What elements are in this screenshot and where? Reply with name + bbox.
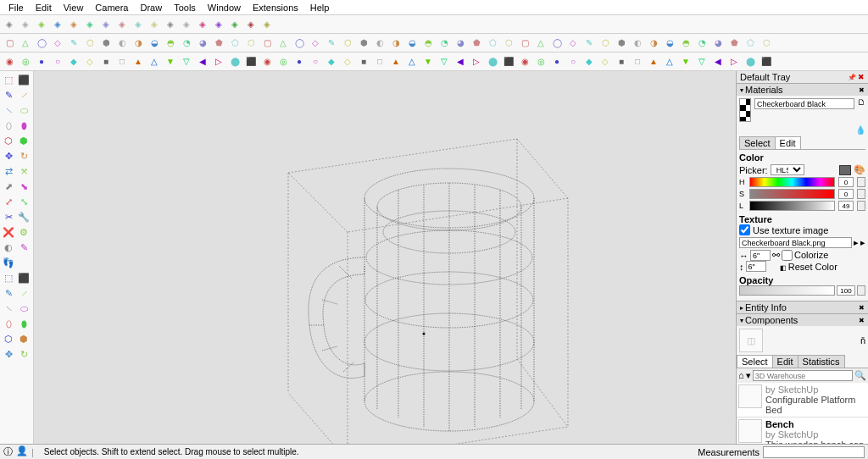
tb2-38[interactable]: ⬢ <box>614 36 629 51</box>
tb2-2[interactable]: ◯ <box>34 36 49 51</box>
reset-color-button[interactable]: ◧ Reset Color <box>780 262 837 272</box>
tab-select[interactable]: Select <box>739 136 776 149</box>
tb3-33[interactable]: ◎ <box>533 54 548 69</box>
tb3-1[interactable]: ◎ <box>18 54 33 69</box>
tb2-45[interactable]: ⬟ <box>726 36 742 51</box>
tb3-23[interactable]: □ <box>372 54 387 69</box>
tb3-39[interactable]: □ <box>630 54 645 69</box>
tb2-9[interactable]: ◒ <box>147 36 162 51</box>
tb3-11[interactable]: ▽ <box>179 54 194 69</box>
tb2-21[interactable]: ⬡ <box>340 36 355 51</box>
color-wheel-icon[interactable]: 🎨 <box>854 164 865 175</box>
tb3-9[interactable]: △ <box>147 54 162 69</box>
tb3-28[interactable]: ◀ <box>453 54 468 69</box>
lt-2[interactable]: ✎ <box>2 88 15 102</box>
tb2-22[interactable]: ⬢ <box>356 36 371 51</box>
tb1-4[interactable]: ◈ <box>66 17 81 32</box>
link-icon[interactable]: ⚯ <box>772 250 780 261</box>
tb3-29[interactable]: ▷ <box>469 54 484 69</box>
texture-width[interactable] <box>750 250 771 261</box>
comp-tab-statistics[interactable]: Statistics <box>798 355 845 368</box>
tb3-45[interactable]: ▷ <box>726 54 742 69</box>
tb2-24[interactable]: ◑ <box>388 36 403 51</box>
tb3-26[interactable]: ▼ <box>420 54 436 69</box>
tb1-14[interactable]: ◈ <box>227 17 242 32</box>
lt-21[interactable]: ⚙ <box>17 225 31 239</box>
tb3-2[interactable]: ● <box>34 54 49 69</box>
color-swatch[interactable] <box>839 165 851 175</box>
tb1-3[interactable]: ◈ <box>50 17 65 32</box>
entity-info-header[interactable]: ▸ Entity Info ✖ <box>737 301 868 313</box>
tb2-15[interactable]: ⬡ <box>243 36 259 51</box>
tb2-17[interactable]: △ <box>275 36 291 51</box>
tb2-37[interactable]: ⬡ <box>598 36 613 51</box>
lt-36[interactable]: ✥ <box>2 347 15 361</box>
tb1-8[interactable]: ◈ <box>131 17 146 32</box>
lt-9[interactable]: ⬢ <box>17 134 31 147</box>
tab-edit[interactable]: Edit <box>775 136 801 149</box>
close-tray-icon[interactable]: ✖ <box>858 73 865 81</box>
lt-12[interactable]: ⇄ <box>2 164 15 178</box>
tb2-47[interactable]: ⬡ <box>759 36 774 51</box>
tb3-14[interactable]: ⬤ <box>227 54 242 69</box>
lt-28[interactable]: ✎ <box>2 286 15 300</box>
search-3d-warehouse[interactable] <box>753 370 853 381</box>
tb2-33[interactable]: △ <box>533 36 548 51</box>
menu-extensions[interactable]: Extensions <box>248 1 303 14</box>
tb3-21[interactable]: ◇ <box>340 54 355 69</box>
tb2-8[interactable]: ◑ <box>131 36 146 51</box>
opacity-spinner[interactable] <box>857 285 865 296</box>
lt-16[interactable]: ⤢ <box>2 195 15 208</box>
tb3-31[interactable]: ⬛ <box>501 54 516 69</box>
lt-20[interactable]: ❌ <box>2 225 15 239</box>
l-slider[interactable] <box>749 201 835 211</box>
tb2-36[interactable]: ✎ <box>581 36 597 51</box>
opacity-value[interactable] <box>837 285 855 296</box>
tb3-35[interactable]: ○ <box>565 54 581 69</box>
comp-tab-edit[interactable]: Edit <box>772 355 798 368</box>
components-header[interactable]: ▾ Components ✖ <box>737 314 868 326</box>
tb2-39[interactable]: ◐ <box>630 36 645 51</box>
lt-35[interactable]: ⬢ <box>17 332 31 346</box>
use-texture-input[interactable] <box>739 224 750 235</box>
tb2-29[interactable]: ⬟ <box>469 36 484 51</box>
menu-file[interactable]: File <box>3 1 29 14</box>
tb2-31[interactable]: ⬡ <box>501 36 516 51</box>
panel-close-icon[interactable]: ✖ <box>859 86 865 94</box>
tb3-34[interactable]: ● <box>549 54 565 69</box>
lt-1[interactable]: ⬛ <box>17 73 31 86</box>
lt-10[interactable]: ✥ <box>2 149 15 163</box>
lt-22[interactable]: ◐ <box>2 241 15 254</box>
material-name-input[interactable] <box>754 98 854 109</box>
s-spinner[interactable] <box>857 189 865 199</box>
tb2-27[interactable]: ◔ <box>437 36 452 51</box>
tb1-0[interactable]: ◈ <box>2 17 17 32</box>
tb2-0[interactable]: ▢ <box>2 36 17 51</box>
tb3-37[interactable]: ◇ <box>598 54 613 69</box>
lt-8[interactable]: ⬡ <box>2 134 15 147</box>
lt-33[interactable]: ⬮ <box>17 317 31 330</box>
tb2-28[interactable]: ◕ <box>453 36 468 51</box>
tb2-14[interactable]: ⬠ <box>227 36 242 51</box>
tb3-41[interactable]: △ <box>662 54 677 69</box>
tb1-16[interactable]: ◈ <box>259 17 275 32</box>
tb1-6[interactable]: ◈ <box>98 17 114 32</box>
tb1-1[interactable]: ◈ <box>18 17 33 32</box>
tb2-34[interactable]: ◯ <box>549 36 565 51</box>
lt-23[interactable]: ✎ <box>17 241 31 254</box>
viewport-3d[interactable] <box>34 71 736 459</box>
tb1-9[interactable]: ◈ <box>147 17 162 32</box>
panel-close-icon[interactable]: ✖ <box>859 317 865 324</box>
tb3-10[interactable]: ▼ <box>163 54 178 69</box>
lt-32[interactable]: ⬯ <box>2 317 15 330</box>
tb3-25[interactable]: △ <box>404 54 420 69</box>
tb1-15[interactable]: ◈ <box>243 17 259 32</box>
s-value[interactable] <box>838 189 854 199</box>
lt-24[interactable]: 👣 <box>2 256 15 269</box>
l-value[interactable] <box>838 201 854 211</box>
tb2-26[interactable]: ◓ <box>420 36 436 51</box>
menu-draw[interactable]: Draw <box>135 1 167 14</box>
tb3-17[interactable]: ◎ <box>275 54 291 69</box>
l-spinner[interactable] <box>857 201 865 211</box>
tb3-24[interactable]: ▲ <box>388 54 403 69</box>
